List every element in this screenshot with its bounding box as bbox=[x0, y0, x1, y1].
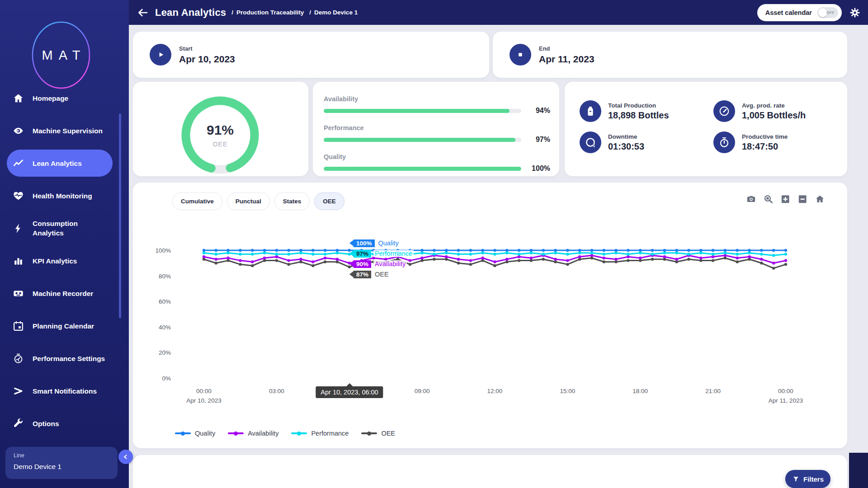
stat-label: Productive time bbox=[742, 133, 788, 140]
stop-icon bbox=[514, 49, 526, 61]
sidebar-item-homepage[interactable]: Homepage bbox=[0, 82, 129, 114]
kpi-bars-card: Availability94%Performance97%Quality100% bbox=[313, 82, 559, 176]
kpi-bar-performance: Performance97% bbox=[324, 124, 550, 144]
stat-avg-prod-rate: Avg. prod. rate1,005 Bottles/h bbox=[713, 100, 840, 122]
stat-value: 18,898 Bottles bbox=[608, 110, 669, 121]
end-icon-circle bbox=[509, 44, 531, 66]
legend-line-sample bbox=[228, 432, 244, 434]
back-arrow-icon[interactable] bbox=[137, 7, 149, 19]
legend-line-sample bbox=[175, 432, 191, 434]
stat-downtime: Downtime01:30:53 bbox=[580, 131, 713, 153]
top-header: Lean Analytics /Production Traceability/… bbox=[129, 0, 868, 25]
sidebar-item-label: Options bbox=[33, 419, 110, 428]
sidebar-collapse-button[interactable] bbox=[118, 450, 133, 464]
kpi-bar-value: 97% bbox=[521, 136, 550, 144]
stat-productive-time: Productive time18:47:50 bbox=[713, 131, 840, 153]
tooltip-flag-arrow bbox=[349, 271, 354, 277]
sidebar-item-performance-settings[interactable]: Performance Settings bbox=[0, 342, 129, 375]
legend-item-availability[interactable]: Availability bbox=[228, 430, 278, 437]
sidebar-item-smart-notifications[interactable]: Smart Notifications bbox=[0, 375, 129, 407]
breadcrumb-item-production-traceability[interactable]: /Production Traceability bbox=[231, 9, 304, 16]
chart-hover-tooltips: 100%Quality97%Performance90%Availability… bbox=[349, 238, 414, 280]
svg-text:80%: 80% bbox=[159, 273, 171, 280]
stat-total-production: Total Production18,898 Bottles bbox=[580, 100, 713, 122]
tooltip-flag-arrow bbox=[349, 240, 354, 246]
recorder-icon bbox=[13, 288, 24, 299]
oee-gauge-value: 91% bbox=[207, 122, 234, 138]
sidebar-item-label: Planning Calendar bbox=[33, 321, 110, 331]
kpi-bar-track bbox=[324, 109, 521, 113]
end-label: End bbox=[539, 45, 594, 52]
toolbar-reset-axes-icon[interactable] bbox=[815, 194, 825, 204]
sidebar-item-machine-supervision[interactable]: Machine Supervision bbox=[0, 114, 129, 147]
send-icon bbox=[13, 385, 24, 397]
sidebar-item-lean-analytics[interactable]: Lean Analytics bbox=[7, 150, 113, 177]
chart-tab-oee[interactable]: OEE bbox=[314, 192, 344, 210]
sidebar-item-label: Consumption Analytics bbox=[33, 219, 110, 238]
tooltip-flag-oee: 87%OEE bbox=[349, 269, 414, 279]
chart-legend: QualityAvailabilityPerformanceOEE bbox=[175, 430, 395, 437]
start-icon-circle bbox=[150, 44, 171, 66]
sidebar: MAT HomepageMachine SupervisionLean Anal… bbox=[0, 0, 129, 488]
oee-chart-card: 0%20%40%60%80%100%00:00Apr 10, 202303:00… bbox=[133, 183, 847, 448]
heart-pulse-icon bbox=[13, 190, 24, 202]
oee-gauge-label: OEE bbox=[213, 141, 228, 148]
tooltip-flag-arrow bbox=[349, 250, 354, 257]
rate-gauge-icon bbox=[718, 105, 730, 117]
asset-calendar-switch[interactable]: OFF bbox=[817, 7, 838, 18]
chevron-left-icon bbox=[121, 452, 130, 461]
toolbar-zoom-out-icon[interactable] bbox=[797, 194, 808, 204]
oee-line-chart[interactable]: 0%20%40%60%80%100%00:00Apr 10, 202303:00… bbox=[133, 183, 847, 448]
kpi-bar-track bbox=[324, 167, 521, 171]
chart-toolbar bbox=[746, 194, 825, 204]
line-selector-card[interactable]: Line Demo Device 1 bbox=[5, 447, 118, 479]
legend-item-oee[interactable]: OEE bbox=[361, 430, 395, 437]
stat-icon-circle bbox=[713, 100, 735, 122]
kpi-bar-value: 94% bbox=[521, 107, 550, 115]
downtime-clock-icon bbox=[585, 136, 596, 148]
chart-tab-punctual[interactable]: Punctual bbox=[227, 192, 270, 210]
svg-text:Apr 10, 2023: Apr 10, 2023 bbox=[186, 397, 221, 404]
kpi-bar-fill bbox=[324, 167, 521, 171]
legend-label: Availability bbox=[248, 430, 278, 437]
chart-tab-states[interactable]: States bbox=[274, 192, 310, 210]
breadcrumb-item-demo-device-1[interactable]: /Demo Device 1 bbox=[309, 9, 358, 16]
settings-gear-icon[interactable] bbox=[849, 7, 861, 19]
sidebar-item-options[interactable]: Options bbox=[0, 407, 129, 440]
tooltip-flag-availability: 90%Availability bbox=[349, 259, 414, 269]
funnel-icon bbox=[792, 475, 800, 483]
toggle-state-label: OFF bbox=[826, 10, 835, 15]
breadcrumb: /Production Traceability/Demo Device 1 bbox=[226, 9, 358, 16]
stat-icon-circle bbox=[580, 131, 601, 153]
zoom-out-icon bbox=[797, 194, 808, 204]
stopwatch-gear-icon bbox=[13, 353, 24, 364]
legend-item-quality[interactable]: Quality bbox=[175, 430, 215, 437]
asset-calendar-label: Asset calendar bbox=[765, 9, 812, 16]
toolbar-zoom-box-icon[interactable] bbox=[763, 194, 774, 204]
sidebar-scrollbar[interactable] bbox=[119, 113, 121, 318]
toolbar-camera-icon[interactable] bbox=[746, 194, 756, 204]
sidebar-item-machine-recorder[interactable]: Machine Recorder bbox=[0, 277, 129, 310]
sidebar-item-label: Health Monitoring bbox=[33, 191, 110, 201]
toolbar-zoom-in-icon[interactable] bbox=[780, 194, 791, 204]
stat-value: 1,005 Bottles/h bbox=[742, 110, 806, 121]
sidebar-item-health-monitoring[interactable]: Health Monitoring bbox=[0, 179, 129, 212]
svg-text:18:00: 18:00 bbox=[632, 388, 648, 394]
tooltip-flag-label: Availability bbox=[373, 260, 407, 267]
page-title: Lean Analytics bbox=[155, 7, 226, 19]
home-icon bbox=[13, 93, 24, 104]
asset-calendar-toggle-pill[interactable]: Asset calendar OFF bbox=[757, 4, 842, 21]
sidebar-item-planning-calendar[interactable]: Planning Calendar bbox=[0, 310, 129, 342]
svg-text:15:00: 15:00 bbox=[560, 388, 575, 394]
chart-x-axis-tooltip: Apr 10, 2023, 06:00 bbox=[316, 386, 383, 398]
legend-item-performance[interactable]: Performance bbox=[291, 430, 349, 437]
chart-tab-cumulative[interactable]: Cumulative bbox=[172, 192, 222, 210]
stats-card: Total Production18,898 BottlesAvg. prod.… bbox=[565, 82, 847, 176]
sidebar-item-consumption-analytics[interactable]: Consumption Analytics bbox=[0, 212, 129, 244]
filters-button[interactable]: Filters bbox=[785, 470, 830, 488]
kpi-bar-fill bbox=[324, 138, 515, 142]
svg-text:60%: 60% bbox=[159, 298, 171, 305]
sidebar-item-label: Performance Settings bbox=[33, 354, 110, 363]
sidebar-item-kpi-analytics[interactable]: KPI Analytics bbox=[0, 244, 129, 277]
tooltip-flag-label: OEE bbox=[373, 271, 390, 278]
